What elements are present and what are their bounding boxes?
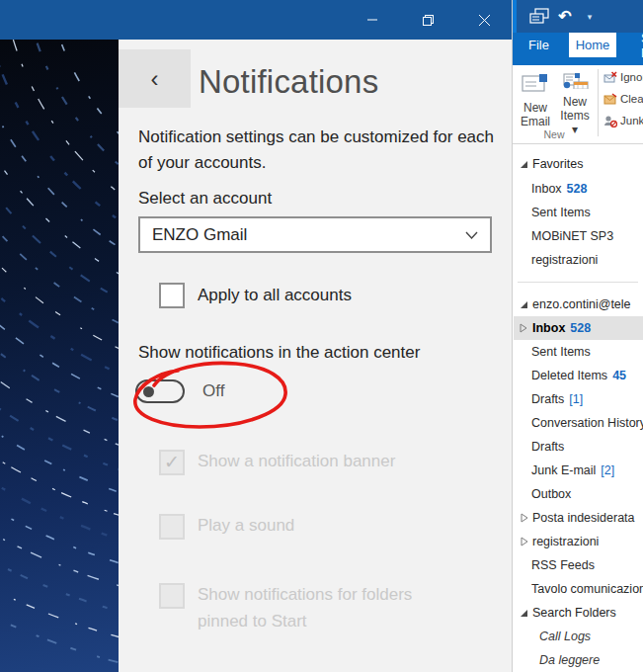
banner-label: Show a notification banner: [198, 452, 395, 471]
folder-item-tavolo[interactable]: Tavolo comunicazion: [514, 577, 643, 601]
star-trails-art: [0, 40, 119, 672]
ribbon-tab-row: File Home Send / Receive: [513, 33, 643, 65]
ribbon-group-label: New: [513, 128, 596, 140]
outlook-window: ↶ ▾ File Home Send / Receive New Email: [512, 0, 643, 672]
close-button[interactable]: [461, 0, 507, 40]
banner-checkbox[interactable]: ✓: [159, 450, 185, 475]
select-account-label: Select an account: [138, 189, 272, 209]
screenshot-root: ‹ Notifications Notification settings ca…: [0, 0, 643, 672]
ignore-button[interactable]: Ignore: [603, 68, 643, 86]
folder-item-sent-fav[interactable]: Sent Items: [514, 201, 643, 224]
account-dropdown-value: ENZO Gmail: [152, 225, 247, 245]
junk-icon: [603, 115, 617, 127]
settings-description: Notification settings can be customized …: [138, 125, 498, 176]
pinned-checkbox[interactable]: [159, 583, 185, 609]
ribbon-separator: [598, 69, 599, 136]
customize-qat-icon[interactable]: ▾: [582, 0, 598, 33]
new-items-icon: [560, 73, 590, 89]
folder-item-drafts2[interactable]: Drafts: [514, 435, 643, 459]
restore-icon: [422, 14, 435, 27]
folder-item-registrazioni-fav[interactable]: registrazioni: [514, 248, 643, 272]
mail-titlebar: [0, 0, 512, 40]
apply-all-label: Apply to all accounts: [198, 286, 352, 305]
ignore-icon: [603, 71, 617, 84]
pinned-label: Show notifications for folders pinned to…: [198, 581, 444, 634]
folder-item-posta-indesiderata[interactable]: Posta indesiderata: [514, 506, 643, 530]
sound-label: Play a sound: [198, 516, 294, 536]
new-items-button[interactable]: New Items ▾: [556, 69, 594, 136]
undo-icon[interactable]: ↶: [554, 0, 576, 33]
close-icon: [478, 14, 491, 27]
folder-item-rss[interactable]: RSS Feeds: [514, 553, 643, 577]
search-folders-header[interactable]: Search Folders: [514, 601, 643, 625]
folder-item-junk[interactable]: Junk E-mail [2]: [514, 459, 643, 482]
folder-item-da-leggere[interactable]: Da leggere: [514, 648, 643, 672]
unread-count: 528: [570, 321, 591, 335]
item-count: [1]: [569, 392, 583, 406]
back-button[interactable]: ‹: [119, 49, 191, 108]
action-center-toggle[interactable]: [135, 379, 185, 403]
minimize-icon: [366, 14, 378, 26]
cleanup-button[interactable]: Clean Up: [603, 90, 643, 108]
tab-home[interactable]: Home: [569, 33, 616, 57]
expand-icon: [520, 160, 528, 169]
tab-file[interactable]: File: [519, 33, 559, 57]
check-icon: ✓: [164, 452, 180, 472]
cleanup-icon: [603, 93, 617, 106]
folder-item-call-logs[interactable]: Call Logs: [514, 625, 643, 648]
notifications-settings-panel: ‹ Notifications Notification settings ca…: [119, 40, 512, 672]
folder-item-inbox-fav[interactable]: Inbox 528: [514, 177, 643, 201]
desktop-wallpaper: [0, 40, 119, 672]
send-receive-icon[interactable]: [526, 0, 552, 33]
quick-access-toolbar: ↶ ▾: [513, 0, 643, 33]
unread-count: 528: [567, 182, 588, 196]
toggle-knob: [143, 386, 154, 397]
folder-item-mobinet-fav[interactable]: MOBiNET SP3: [514, 224, 643, 248]
apply-all-checkbox[interactable]: [159, 283, 185, 308]
new-email-icon: [522, 73, 549, 95]
folder-item-conversation-history[interactable]: Conversation History: [514, 411, 643, 435]
action-center-label: Show notifications in the action center: [138, 343, 420, 363]
restore-button[interactable]: [405, 0, 450, 40]
account-header[interactable]: enzo.contini@tele: [514, 293, 643, 316]
new-email-button[interactable]: New Email: [517, 69, 554, 136]
folder-item-sent[interactable]: Sent Items: [514, 340, 643, 364]
expand-icon: [520, 300, 528, 309]
folder-item-drafts[interactable]: Drafts [1]: [514, 387, 643, 411]
page-title: Notifications: [199, 63, 378, 101]
toggle-state-label: Off: [202, 381, 224, 401]
folder-item-deleted[interactable]: Deleted Items 45: [514, 364, 643, 387]
account-dropdown[interactable]: ENZO Gmail: [138, 216, 492, 253]
back-icon: ‹: [151, 65, 159, 93]
minimize-button[interactable]: [350, 0, 395, 40]
sound-checkbox[interactable]: [159, 514, 185, 540]
folder-item-outbox[interactable]: Outbox: [514, 482, 643, 506]
item-count: [2]: [601, 463, 614, 477]
junk-button[interactable]: Junk: [603, 112, 643, 129]
collapse-icon: [521, 513, 528, 523]
chevron-down-icon: [465, 225, 478, 245]
collapse-icon: [521, 537, 528, 546]
folder-item-inbox-selected[interactable]: Inbox 528: [514, 316, 643, 340]
expand-icon: [520, 609, 528, 618]
collapse-icon: [520, 323, 527, 333]
tab-send-receive[interactable]: Send / Receive: [631, 33, 643, 57]
ribbon: New Email New Items ▾: [513, 65, 643, 144]
favorites-header[interactable]: Favorites: [514, 152, 643, 176]
pane-divider: [518, 282, 638, 283]
folder-item-registrazioni[interactable]: registrazioni: [514, 530, 643, 553]
item-count: 45: [612, 369, 626, 382]
